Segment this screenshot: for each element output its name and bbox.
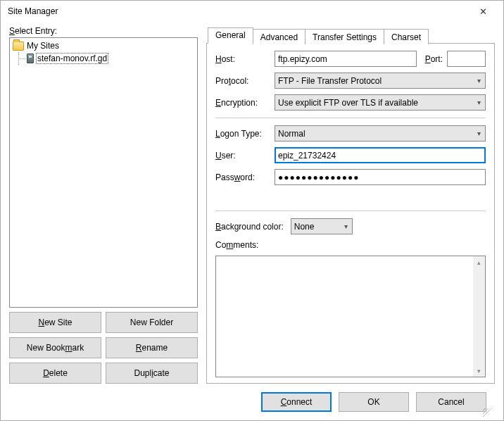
row-background-color: Background color: None ▾: [215, 218, 486, 234]
tab-transfer-settings[interactable]: Transfer Settings: [305, 29, 384, 44]
row-user: User:: [215, 147, 486, 163]
delete-button[interactable]: Delete: [9, 363, 101, 384]
chevron-down-icon: ▾: [344, 222, 348, 230]
rename-button[interactable]: Rename: [106, 337, 198, 358]
resize-grip-icon[interactable]: [483, 408, 493, 418]
scrollbar[interactable]: ▴ ▾: [473, 256, 485, 377]
encryption-select[interactable]: Use explicit FTP over TLS if available ▾: [275, 94, 486, 111]
scroll-up-icon[interactable]: ▴: [473, 256, 485, 268]
server-icon: [27, 54, 34, 63]
left-buttons: New Site New Folder New Bookmark Rename …: [9, 312, 198, 384]
chevron-down-icon: ▾: [477, 130, 481, 137]
tab-advanced[interactable]: Advanced: [253, 29, 305, 44]
background-color-label: Background color:: [215, 222, 284, 232]
port-input[interactable]: [447, 51, 486, 67]
comments-label: Comments:: [215, 240, 486, 250]
protocol-select[interactable]: FTP - File Transfer Protocol ▾: [275, 73, 486, 89]
row-password: Password:: [215, 169, 486, 185]
row-host: Host: Port:: [215, 51, 486, 67]
ok-button[interactable]: OK: [339, 392, 409, 412]
new-folder-button[interactable]: New Folder: [106, 312, 198, 333]
tree-root-my-sites[interactable]: My Sites: [11, 39, 196, 52]
tab-charset[interactable]: Charset: [384, 29, 429, 44]
main-area: Select Entry: My Sites stefan-monov.rf.g…: [9, 26, 495, 384]
scroll-down-icon[interactable]: ▾: [473, 365, 485, 377]
bottom-bar: Connect OK Cancel: [9, 384, 495, 420]
row-logon-type: Logon Type: Normal ▾: [215, 125, 486, 142]
site-tree[interactable]: My Sites stefan-monov.rf.gd: [9, 37, 198, 308]
chevron-down-icon: ▾: [477, 77, 481, 84]
user-input[interactable]: [275, 147, 486, 163]
row-protocol: Protocol: FTP - File Transfer Protocol ▾: [215, 73, 486, 89]
duplicate-button[interactable]: Duplicate: [106, 363, 198, 384]
encryption-label: Encryption:: [215, 98, 270, 108]
connect-button[interactable]: Connect: [261, 392, 332, 412]
password-label: Password:: [215, 172, 270, 182]
host-label: Host:: [215, 54, 270, 64]
tab-general[interactable]: General: [208, 27, 253, 44]
new-site-button[interactable]: New Site: [9, 312, 101, 333]
chevron-down-icon: ▾: [477, 99, 481, 106]
comments-textarea[interactable]: ▴ ▾: [215, 256, 486, 377]
protocol-label: Protocol:: [215, 76, 270, 86]
port-label: Port:: [425, 54, 443, 64]
close-icon: ✕: [479, 6, 487, 17]
logon-type-select[interactable]: Normal ▾: [275, 125, 486, 142]
right-pane: General Advanced Transfer Settings Chars…: [206, 26, 495, 384]
left-pane: Select Entry: My Sites stefan-monov.rf.g…: [9, 26, 198, 384]
tab-panel-general: Host: Port: Protocol: FTP - File Transfe…: [206, 43, 495, 384]
folder-icon: [13, 42, 24, 51]
user-label: User:: [215, 151, 270, 161]
divider: [215, 118, 486, 118]
logon-type-label: Logon Type:: [215, 129, 270, 139]
password-input[interactable]: [275, 169, 486, 185]
row-encryption: Encryption: Use explicit FTP over TLS if…: [215, 94, 486, 111]
divider: [215, 210, 486, 211]
background-color-select[interactable]: None ▾: [291, 218, 353, 234]
titlebar: Site Manager ✕: [1, 1, 503, 22]
tree-item-site[interactable]: stefan-monov.rf.gd: [11, 52, 196, 65]
site-manager-window: Site Manager ✕ Select Entry: My Sites st…: [0, 0, 504, 421]
close-button[interactable]: ✕: [467, 1, 499, 21]
new-bookmark-button[interactable]: New Bookmark: [9, 337, 101, 358]
host-input[interactable]: [275, 51, 417, 67]
window-title: Site Manager: [8, 6, 467, 16]
select-entry-label: Select Entry:: [9, 26, 198, 36]
tabs: General Advanced Transfer Settings Chars…: [208, 26, 495, 43]
content-area: Select Entry: My Sites stefan-monov.rf.g…: [1, 22, 503, 420]
cancel-button[interactable]: Cancel: [416, 392, 486, 412]
